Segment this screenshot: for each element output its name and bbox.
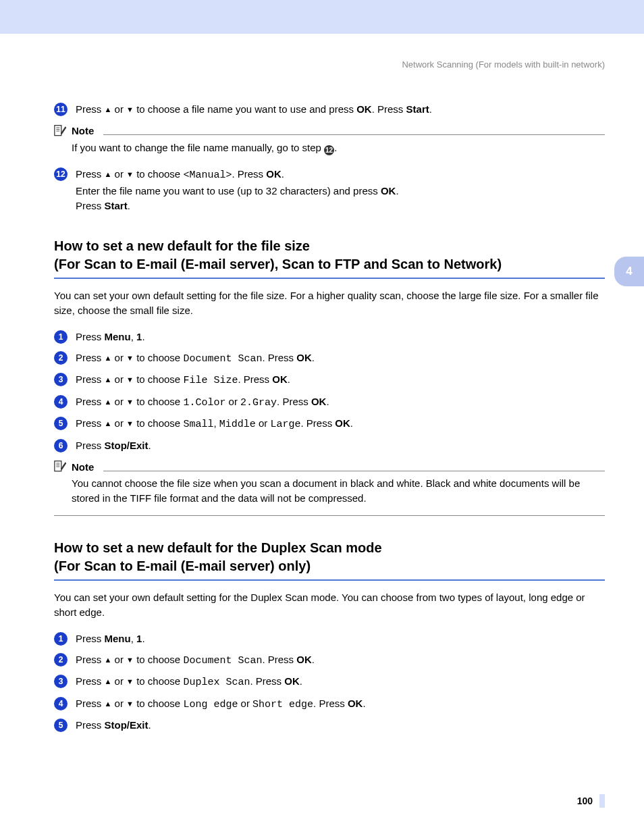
step-number-badge: 1	[54, 330, 68, 344]
note-block: Note You cannot choose the file size whe…	[54, 460, 605, 516]
svg-rect-4	[55, 461, 61, 471]
numbered-step: 4Press ▲ or ▼ to choose 1.Color or 2.Gra…	[54, 394, 605, 411]
step-number-badge: 5	[54, 719, 68, 732]
note-body: You cannot choose the file size when you…	[72, 476, 605, 506]
step-text: Press Menu, 1.	[76, 330, 145, 345]
step-number-badge: 5	[54, 417, 68, 430]
step-text: Press ▲ or ▼ to choose Document Scan. Pr…	[76, 350, 315, 367]
step-text: Press ▲ or ▼ to choose 1.Color or 2.Gray…	[76, 394, 329, 411]
svg-rect-0	[55, 125, 61, 135]
step-number-badge: 4	[54, 395, 68, 409]
note-body: If you want to change the file name manu…	[72, 140, 605, 155]
note-label: Note	[72, 125, 99, 136]
step-number-badge: 3	[54, 675, 68, 688]
step-number-badge: 1	[54, 632, 68, 646]
step-text: Press ▲ or ▼ to choose Long edge or Shor…	[76, 696, 366, 713]
chapter-tab: 4	[614, 257, 644, 286]
heading-line: (For Scan to E-mail (E-mail server), Sca…	[54, 257, 502, 271]
step-text: Press ▲ or ▼ to choose a file name you w…	[76, 102, 432, 118]
step-number-badge: 11	[54, 103, 68, 116]
page-body: 4 Network Scanning (For models with buil…	[0, 34, 644, 834]
paragraph: You can set your own default setting for…	[54, 590, 605, 620]
numbered-step: 11 Press ▲ or ▼ to choose a file name yo…	[54, 102, 605, 118]
section-rule	[54, 579, 605, 581]
numbered-step: 3Press ▲ or ▼ to choose Duplex Scan. Pre…	[54, 674, 605, 691]
page-number: 100	[54, 794, 605, 808]
running-header: Network Scanning (For models with built-…	[54, 59, 605, 70]
heading-line: How to set a new default for the Duplex …	[54, 540, 382, 555]
numbered-step: 5Press Stop/Exit.	[54, 718, 605, 733]
step-list: 1Press Menu, 1.2Press ▲ or ▼ to choose D…	[54, 330, 605, 453]
step-text: Press ▲ or ▼ to choose Duplex Scan. Pres…	[76, 674, 302, 691]
note-rule	[103, 134, 605, 135]
note-pencil-icon	[54, 124, 68, 138]
step-text: Press ▲ or ▼ to choose File Size. Press …	[76, 372, 290, 389]
numbered-step: 5Press ▲ or ▼ to choose Small, Middle or…	[54, 416, 605, 433]
step-number-badge: 4	[54, 697, 68, 710]
step-number-badge: 6	[54, 439, 68, 452]
step-text: Press ▲ or ▼ to choose Document Scan. Pr…	[76, 652, 315, 669]
note-block: Note If you want to change the file name…	[54, 124, 605, 155]
step-text: Press Menu, 1.	[76, 631, 145, 647]
numbered-step: 3Press ▲ or ▼ to choose File Size. Press…	[54, 372, 605, 389]
numbered-step: 6Press Stop/Exit.	[54, 438, 605, 454]
step-text: Press Stop/Exit.	[76, 718, 151, 733]
top-band	[0, 0, 644, 34]
section-rule	[54, 278, 605, 279]
heading-line: How to set a new default for the file si…	[54, 238, 310, 253]
step-text: Press ▲ or ▼ to choose Small, Middle or …	[76, 416, 353, 433]
step-text: Press ▲ or ▼ to choose <Manual>. Press O…	[76, 167, 399, 214]
step-ref-badge: 12	[324, 145, 334, 155]
numbered-step: 1Press Menu, 1.	[54, 631, 605, 647]
numbered-step: 2Press ▲ or ▼ to choose Document Scan. P…	[54, 652, 605, 669]
numbered-step: 1Press Menu, 1.	[54, 330, 605, 345]
section-heading: How to set a new default for the Duplex …	[54, 539, 605, 575]
note-pencil-icon	[54, 460, 68, 473]
step-number-badge: 2	[54, 653, 68, 667]
section-heading: How to set a new default for the file si…	[54, 237, 605, 273]
note-rule	[103, 471, 605, 471]
numbered-step: 12 Press ▲ or ▼ to choose <Manual>. Pres…	[54, 167, 605, 214]
paragraph: You can set your own default setting for…	[54, 288, 605, 318]
heading-line: (For Scan to E-mail (E-mail server) only…	[54, 558, 311, 573]
numbered-step: 2Press ▲ or ▼ to choose Document Scan. P…	[54, 350, 605, 367]
step-list: 1Press Menu, 1.2Press ▲ or ▼ to choose D…	[54, 631, 605, 733]
numbered-step: 4Press ▲ or ▼ to choose Long edge or Sho…	[54, 696, 605, 713]
step-number-badge: 12	[54, 167, 68, 181]
note-label: Note	[72, 461, 99, 473]
step-number-badge: 2	[54, 351, 68, 365]
step-text: Press Stop/Exit.	[76, 438, 151, 454]
step-number-badge: 3	[54, 373, 68, 386]
